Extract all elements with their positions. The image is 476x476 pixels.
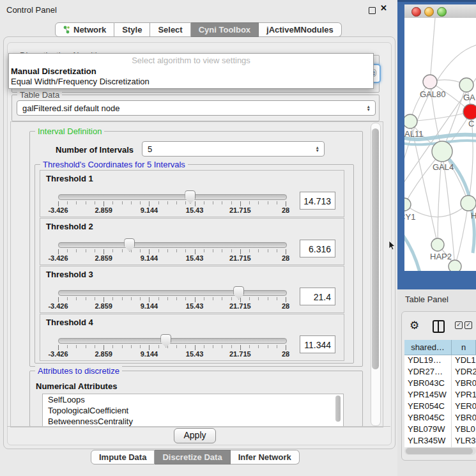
list-item[interactable]: SelfLoops (43, 394, 343, 405)
threshold-value-field[interactable]: 6.316 (300, 240, 335, 257)
tab-style[interactable]: Style (114, 22, 150, 37)
tab-jactivemnodules[interactable]: jActiveMNodules (259, 22, 342, 37)
list-item[interactable]: TopologicalCoefficient (43, 405, 343, 416)
threshold-row: Threshold 4-3.4262.8599.14415.4321.71528… (40, 314, 344, 361)
tab-network[interactable]: Network (55, 22, 114, 37)
tab-infer-network[interactable]: Infer Network (231, 450, 300, 464)
slider-tick-label: 15.43 (186, 206, 204, 214)
slider-tick-label: 21.715 (229, 302, 251, 310)
network-tab-icon (63, 26, 70, 34)
table-row[interactable]: YDL19…YDL1 (404, 355, 476, 367)
network-node-gal80[interactable] (423, 75, 437, 89)
slider-tick-label: -3.426 (48, 302, 68, 310)
close-icon[interactable]: ✕ (380, 3, 387, 13)
threshold-label: Threshold 4 (46, 318, 93, 327)
network-canvas[interactable]: GAL80GACGAL11GAL4GCY1HHAP2 (404, 18, 476, 271)
checkbox-icon[interactable]: ✓ (455, 321, 463, 329)
apply-button[interactable]: Apply (174, 428, 216, 443)
table-row[interactable]: YDR27…YDR2 (404, 367, 476, 378)
gear-icon[interactable]: ⚙ (410, 319, 419, 332)
slider-ticks-major (58, 297, 286, 302)
threshold-value-field[interactable]: 11.344 (300, 335, 335, 353)
network-node-gal11[interactable] (404, 114, 417, 128)
network-node-label: H (471, 211, 476, 220)
threshold-label: Threshold 2 (46, 222, 93, 231)
network-node-ga[interactable] (459, 78, 473, 92)
slider-ticks-major (58, 249, 286, 254)
threshold-row: Threshold 1-3.4262.8599.14415.4321.71528… (40, 170, 344, 217)
tab-discretize-data[interactable]: Discretize Data (155, 450, 230, 464)
slider-track[interactable] (58, 194, 287, 200)
table-row[interactable]: YBR045CYBR0 (404, 413, 476, 424)
num-intervals-combo[interactable]: 5 ▲ ▼ (142, 141, 325, 157)
tab-label: Network (73, 23, 106, 36)
table-data-combo[interactable]: galFiltered.sif default node ▲ ▼ (17, 100, 376, 116)
slider-ticks-major (58, 345, 286, 350)
table-cell: YDL19… (404, 355, 452, 367)
tab-cyni-toolbox[interactable]: Cyni Toolbox (191, 22, 259, 37)
node-table: shared…nYDL19…YDL1YDR27…YDR2YBR043CYBR0Y… (404, 340, 476, 447)
column-header-name[interactable]: n (452, 340, 476, 355)
table-cell: YPR145W (404, 390, 452, 401)
tab-label: Discretize Data (162, 450, 222, 464)
network-node-gcy1[interactable] (404, 198, 411, 211)
slider-track[interactable] (58, 242, 287, 248)
network-edge (404, 234, 420, 271)
network-node[interactable] (449, 260, 461, 271)
table-cell: YBL0 (452, 424, 476, 436)
interval-definition-title: Interval Definition (35, 127, 104, 136)
tab-label: Cyni Toolbox (199, 23, 250, 36)
network-node-label: HAP2 (430, 252, 452, 261)
attributes-list[interactable]: SelfLoopsTopologicalCoefficientBetweenne… (42, 394, 344, 427)
slider-tick-label: 28 (282, 302, 289, 310)
table-row[interactable]: YER054CYER0 (404, 401, 476, 413)
slider-track[interactable] (58, 290, 287, 296)
zoom-traffic-icon[interactable] (437, 7, 447, 17)
network-node-h[interactable] (461, 196, 476, 211)
table-cell: YBR043C (404, 378, 452, 390)
table-cell: YDR27… (404, 367, 452, 378)
column-header-shared-name[interactable]: shared… (404, 340, 452, 355)
tab-select[interactable]: Select (150, 22, 190, 37)
table-row[interactable]: YLR345WYLR3 (404, 436, 476, 447)
attributes-list-scrollbar-thumb[interactable] (335, 395, 341, 422)
slider-track[interactable] (58, 338, 287, 344)
slider-tick-label: 2.859 (95, 302, 112, 310)
tab-impute-data[interactable]: Impute Data (91, 450, 155, 464)
slider-tick-label: 9.144 (141, 206, 158, 214)
minimize-traffic-icon[interactable] (424, 7, 434, 17)
network-node-hap2[interactable] (431, 238, 444, 251)
network-window-titlebar[interactable] (404, 4, 476, 19)
close-traffic-icon[interactable] (411, 7, 421, 17)
table-row[interactable]: YBL079WYBL0 (404, 424, 476, 436)
threshold-label: Threshold 1 (46, 174, 93, 183)
threshold-row: Threshold 3-3.4262.8599.14415.4321.71528… (40, 266, 344, 313)
tab-label: Impute Data (99, 450, 146, 464)
threshold-value-field[interactable]: 14.713 (300, 192, 335, 210)
table-cell: YLR3 (452, 436, 476, 447)
network-node-label: GAL80 (420, 89, 445, 99)
settings-scrollbar-thumb[interactable] (372, 128, 379, 369)
checkbox-icon[interactable]: ✓ (464, 321, 472, 329)
dropdown-item-manual[interactable]: Manual Discretization (11, 66, 96, 76)
bottom-tabbar: Impute DataDiscretize DataInfer Network (91, 450, 300, 464)
table-cell: YDL1 (452, 355, 476, 367)
table-cell: YBR0 (452, 413, 476, 424)
network-node-label: GCY1 (404, 212, 415, 222)
network-node-gal4[interactable] (432, 141, 452, 162)
threshold-value-field[interactable]: 21.4 (300, 288, 335, 305)
table-row[interactable]: YBR043CYBR0 (404, 378, 476, 390)
tab-label: jActiveMNodules (266, 23, 334, 36)
num-intervals-value: 5 (148, 144, 152, 154)
control-panel-titlebar (0, 0, 397, 19)
table-row[interactable]: YPR145WYPR1 (404, 390, 476, 401)
slider-tick-label: 9.144 (141, 350, 158, 358)
tab-label: Style (122, 23, 142, 36)
table-hscrollbar-thumb[interactable] (406, 448, 473, 454)
network-node-c[interactable] (463, 104, 476, 119)
dropdown-item-equal-width[interactable]: Equal Width/Frequency Discretization (11, 77, 150, 86)
float-window-icon[interactable] (369, 7, 376, 14)
list-item[interactable]: BetweennessCentrality (43, 416, 343, 427)
table-cell: YER0 (452, 401, 476, 413)
split-columns-icon[interactable] (433, 320, 445, 333)
